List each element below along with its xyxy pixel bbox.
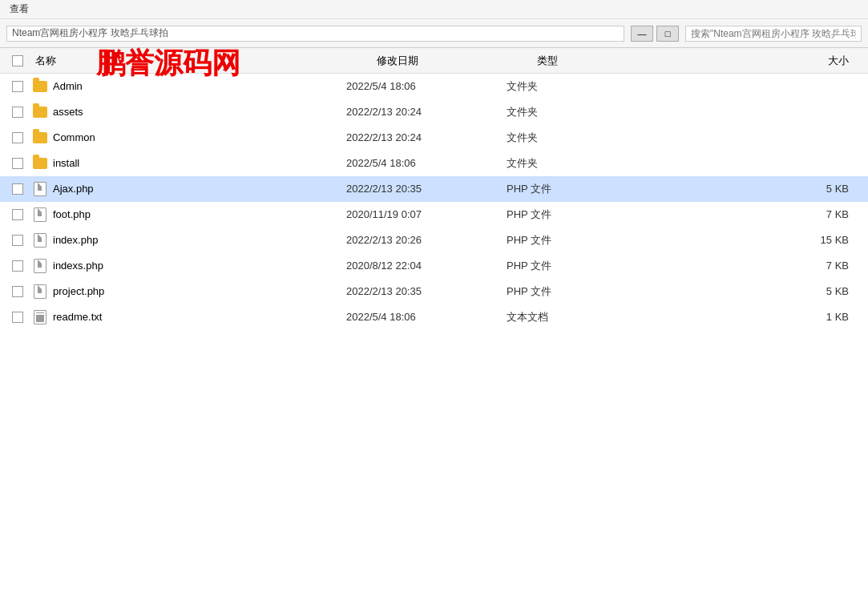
file-name-cell: index.php [32,232,346,248]
file-date: 2022/5/4 18:06 [346,80,507,92]
address-bar: — □ [0,19,868,48]
header-checkbox-col [3,55,32,66]
file-name-cell: install [32,155,346,171]
row-checkbox-cell [3,81,32,92]
file-name-cell: foot.php [32,207,346,223]
column-date[interactable]: 修改日期 [377,54,537,68]
row-checkbox-cell [3,260,32,272]
file-size: 7 KB [667,208,865,220]
file-name-cell: readme.txt [32,309,346,325]
file-date: 2022/2/13 20:24 [346,131,507,143]
php-file-icon [34,182,46,196]
file-type: 文件夹 [507,105,667,119]
txt-file-icon [34,310,46,324]
php-file-icon [34,207,46,222]
file-date: 2022/5/4 18:06 [346,157,507,169]
file-name: install [53,157,79,169]
table-row[interactable]: indexs.php2020/8/12 22:04PHP 文件7 KB [0,253,868,279]
row-checkbox-cell [3,158,32,169]
column-name[interactable]: 名称 [32,54,377,68]
file-name-cell: Admin [32,79,346,95]
file-type: 文本文档 [507,310,667,324]
file-name-cell: assets [32,104,346,120]
row-checkbox-cell [3,235,32,246]
folder-icon [33,81,47,92]
row-checkbox[interactable] [12,286,23,297]
file-date: 2022/2/13 20:26 [346,234,507,246]
file-type: 文件夹 [507,79,667,94]
file-size: 7 KB [667,260,865,272]
file-name: Admin [53,80,83,92]
file-name-cell: indexs.php [32,258,346,274]
row-checkbox[interactable] [12,107,23,118]
row-checkbox-cell [3,132,32,143]
menu-view[interactable]: 查看 [3,1,35,18]
file-type: 文件夹 [507,131,667,145]
select-all-checkbox[interactable] [12,55,23,66]
row-checkbox-cell [3,312,32,323]
row-checkbox[interactable] [12,81,23,92]
column-type[interactable]: 类型 [537,54,697,68]
row-checkbox-cell [3,286,32,297]
file-size: 15 KB [667,234,865,246]
menu-bar: 查看 [0,0,868,19]
column-size[interactable]: 大小 [697,54,865,68]
row-checkbox-cell [3,107,32,118]
file-type: PHP 文件 [507,233,667,248]
file-name: readme.txt [53,311,102,323]
file-name: Ajax.php [53,183,94,195]
folder-icon [33,107,47,118]
table-row[interactable]: foot.php2020/11/19 0:07PHP 文件7 KB [0,202,868,228]
column-header: 名称 修改日期 类型 大小 [0,48,868,74]
row-checkbox-cell [3,209,32,220]
file-size: 5 KB [667,183,865,195]
file-date: 2020/8/12 22:04 [346,260,507,272]
row-checkbox[interactable] [12,132,23,143]
row-checkbox-cell [3,183,32,195]
table-row[interactable]: index.php2022/2/13 20:26PHP 文件15 KB [0,228,868,253]
file-name: index.php [53,234,98,246]
file-name-cell: Ajax.php [32,181,346,197]
file-type: PHP 文件 [507,259,667,273]
file-explorer: 名称 修改日期 类型 大小 Admin2022/5/4 18:06文件夹asse… [0,48,868,590]
row-checkbox[interactable] [12,158,23,169]
row-checkbox[interactable] [12,209,23,220]
row-checkbox[interactable] [12,260,23,272]
file-name: assets [53,106,83,118]
search-input[interactable] [685,26,862,42]
table-row[interactable]: readme.txt2022/5/4 18:06文本文档1 KB [0,304,868,330]
file-date: 2022/2/13 20:35 [346,285,507,297]
row-checkbox[interactable] [12,312,23,323]
folder-icon [33,132,47,143]
file-name-cell: project.php [32,284,346,300]
row-checkbox[interactable] [12,235,23,246]
table-row[interactable]: Admin2022/5/4 18:06文件夹 [0,74,868,99]
file-type: PHP 文件 [507,284,667,299]
table-row[interactable]: install2022/5/4 18:06文件夹 [0,151,868,176]
table-row[interactable]: assets2022/2/13 20:24文件夹 [0,99,868,125]
file-size: 5 KB [667,285,865,297]
file-type: PHP 文件 [507,182,667,196]
table-row[interactable]: project.php2022/2/13 20:35PHP 文件5 KB [0,279,868,304]
file-size: 1 KB [667,311,865,323]
table-row[interactable]: Ajax.php2022/2/13 20:35PHP 文件5 KB [0,176,868,202]
address-input[interactable] [6,26,624,42]
file-date: 2020/11/19 0:07 [346,208,507,220]
php-file-icon [34,284,46,299]
file-date: 2022/2/13 20:35 [346,183,507,195]
file-date: 2022/2/13 20:24 [346,106,507,118]
file-list: Admin2022/5/4 18:06文件夹assets2022/2/13 20… [0,74,868,590]
file-date: 2022/5/4 18:06 [346,311,507,323]
row-checkbox[interactable] [12,183,23,195]
php-file-icon [34,259,46,273]
file-type: 文件夹 [507,156,667,171]
maximize-button[interactable]: □ [656,26,679,42]
file-name: indexs.php [53,260,103,272]
file-type: PHP 文件 [507,207,667,222]
file-name: Common [53,131,95,143]
window-controls: — □ [631,26,679,42]
table-row[interactable]: Common2022/2/13 20:24文件夹 [0,125,868,151]
folder-icon [33,158,47,169]
minimize-button[interactable]: — [631,26,653,42]
file-name: project.php [53,285,104,297]
